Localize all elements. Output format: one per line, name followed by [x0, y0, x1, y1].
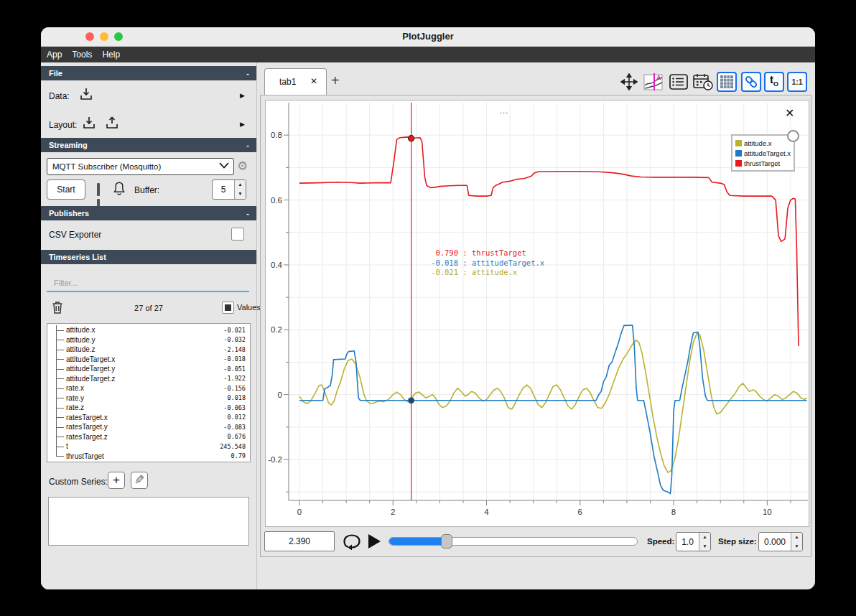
list-item[interactable]: rate.y0.018: [47, 393, 250, 403]
tooltip-line: -0.021 : attitude.x: [425, 268, 544, 278]
list-item[interactable]: thrustTarget0.79: [47, 452, 250, 462]
layout-submenu-arrow-icon[interactable]: ▶: [240, 121, 245, 128]
series-name: ratesTarget.z: [66, 433, 227, 441]
list-item[interactable]: attitudeTarget.x-0.018: [47, 355, 250, 365]
series-value: -0.032: [223, 336, 250, 343]
series-value: -0.051: [223, 365, 250, 373]
step-size-spinbox[interactable]: 0.000 ▲ ▼: [758, 532, 803, 551]
list-item[interactable]: rate.x-0.156: [47, 383, 250, 393]
spinner-arrows[interactable]: ▲ ▼: [791, 533, 802, 551]
buffer-value: 5: [213, 185, 234, 195]
list-item[interactable]: attitude.x-0.021: [47, 325, 250, 335]
spinner-arrows[interactable]: ▲ ▼: [699, 533, 710, 551]
publishers-section-header[interactable]: Publishers -: [41, 206, 256, 220]
series-name: attitude.x: [66, 326, 223, 334]
menu-help[interactable]: Help: [102, 50, 120, 60]
pause-icon[interactable]: [97, 183, 106, 196]
timeline-slider[interactable]: [389, 535, 638, 548]
legend-entry[interactable]: attitude.x: [735, 138, 791, 148]
tab-tab1[interactable]: tab1 ✕: [264, 68, 327, 95]
list-item[interactable]: ratesTarget.y-0.083: [47, 422, 250, 432]
data-label: Data:: [49, 91, 70, 101]
add-tab-button[interactable]: +: [331, 73, 340, 89]
custom-series-list[interactable]: [48, 497, 249, 546]
link-axes-button[interactable]: [741, 72, 761, 92]
speed-label: Speed:: [647, 531, 674, 551]
data-load-icon[interactable]: [78, 86, 94, 102]
gear-icon[interactable]: ⚙: [237, 159, 248, 174]
svg-text:0: 0: [278, 391, 282, 399]
tab-close-icon[interactable]: ✕: [310, 76, 317, 86]
layout-label: Layout:: [49, 120, 77, 130]
time-offset-button[interactable]: tO: [764, 72, 784, 92]
edit-custom-series-button[interactable]: ✎: [131, 472, 148, 489]
menu-tools[interactable]: Tools: [72, 50, 92, 60]
close-plot-icon[interactable]: ✕: [785, 106, 794, 120]
list-item[interactable]: rate.z-0.063: [47, 403, 250, 413]
tree-branch: [47, 383, 66, 393]
filter-input[interactable]: [47, 275, 249, 292]
start-button[interactable]: Start: [47, 179, 85, 200]
streaming-source-value: MQTT Subscriber (Mosquitto): [52, 162, 161, 171]
speed-spinbox[interactable]: 1.0 ▲ ▼: [676, 532, 711, 551]
layout-save-icon[interactable]: [104, 115, 120, 131]
list-item[interactable]: attitude.y-0.032: [47, 335, 250, 345]
list-item[interactable]: attitudeTarget.z-1.922: [47, 374, 250, 384]
list-item[interactable]: attitude.z-2.148: [47, 345, 250, 355]
timeseries-section-header[interactable]: Timeseries List: [41, 250, 256, 264]
legend-swatch: [735, 150, 742, 157]
legend-entry[interactable]: attitudeTarget.x: [735, 148, 791, 158]
datetime-button[interactable]: [692, 72, 715, 92]
spin-down-icon[interactable]: ▼: [235, 190, 246, 199]
spinner-arrows[interactable]: ▲ ▼: [234, 180, 246, 199]
list-item[interactable]: ratesTarget.z0.676: [47, 432, 250, 442]
csv-exporter-label: CSV Exporter: [49, 230, 101, 240]
data-submenu-arrow-icon[interactable]: ▶: [240, 92, 245, 99]
layout-load-icon[interactable]: [81, 115, 97, 131]
plot-widget[interactable]: 02468100.80.60.40.20-0.2 ... ✕ attitude.…: [265, 100, 809, 527]
legend-entry[interactable]: thrustTarget: [735, 158, 791, 168]
file-section-header[interactable]: File -: [41, 66, 256, 80]
fullscreen-move-button[interactable]: [619, 72, 639, 92]
spin-down-icon[interactable]: ▼: [791, 542, 802, 551]
streaming-source-select[interactable]: MQTT Subscriber (Mosquitto): [47, 158, 234, 175]
buffer-label: Buffer:: [134, 185, 159, 195]
spin-up-icon[interactable]: ▲: [235, 180, 246, 190]
plot-legend[interactable]: attitude.xattitudeTarget.xthrustTarget: [731, 134, 795, 172]
curve-tracker-button[interactable]: A: [643, 72, 664, 92]
current-time-field[interactable]: 2.390: [264, 531, 335, 551]
csv-exporter-checkbox[interactable]: [231, 228, 244, 241]
tab-label: tab1: [279, 77, 296, 87]
collapse-icon[interactable]: -: [246, 138, 249, 152]
menu-app[interactable]: App: [47, 50, 62, 60]
buffer-spinbox[interactable]: 5 ▲ ▼: [212, 179, 246, 200]
ratio-button[interactable]: 1:1: [787, 72, 807, 92]
slider-handle[interactable]: [441, 534, 452, 549]
collapse-icon[interactable]: -: [246, 66, 249, 80]
legend-knob-icon[interactable]: [787, 130, 799, 142]
svg-text:8: 8: [671, 508, 676, 516]
play-button[interactable]: [368, 534, 381, 549]
grid-toggle-button[interactable]: [717, 72, 737, 92]
series-value: -0.063: [223, 404, 250, 411]
list-item[interactable]: t245.548: [47, 442, 250, 452]
series-name: ratesTarget.y: [66, 423, 223, 431]
add-custom-series-button[interactable]: +: [108, 472, 125, 489]
list-item[interactable]: attitudeTarget.y-0.051: [47, 364, 250, 374]
loop-icon[interactable]: [343, 533, 361, 550]
list-icon: [669, 74, 688, 90]
list-item[interactable]: ratesTarget.x0.012: [47, 413, 250, 423]
streaming-section-header[interactable]: Streaming -: [41, 138, 256, 152]
values-checkbox[interactable]: [222, 302, 234, 314]
svg-text:2: 2: [391, 508, 395, 516]
spin-up-icon[interactable]: ▲: [699, 533, 710, 542]
spin-up-icon[interactable]: ▲: [791, 533, 802, 542]
timeseries-list[interactable]: attitude.x-0.021attitude.y-0.032attitude…: [47, 323, 251, 462]
series-name: rate.y: [66, 394, 227, 402]
spin-down-icon[interactable]: ▼: [699, 542, 710, 551]
svg-text:0.8: 0.8: [271, 131, 282, 139]
legend-list-button[interactable]: [669, 72, 689, 92]
plot-canvas[interactable]: 02468100.80.60.40.20-0.2: [266, 101, 809, 526]
bell-icon[interactable]: [112, 180, 126, 197]
collapse-icon[interactable]: -: [246, 206, 249, 220]
